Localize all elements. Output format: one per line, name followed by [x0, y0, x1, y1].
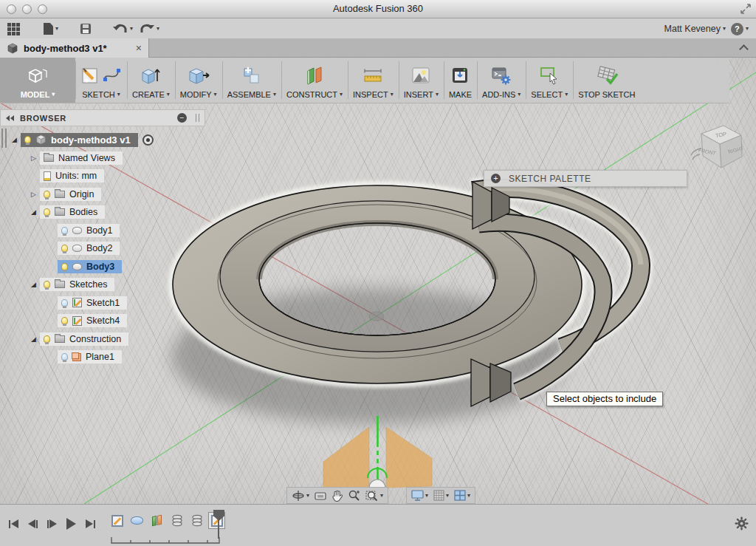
grid-settings-button[interactable]: ▾ [433, 490, 449, 501]
chevron-down-icon: ▾ [117, 92, 120, 98]
model-viewport[interactable]: MODEL▾ SKETCH▾ [0, 58, 756, 504]
close-tab-icon[interactable]: × [136, 43, 142, 53]
step-forward-button[interactable] [47, 519, 57, 528]
visibility-bulb-icon[interactable] [61, 317, 68, 324]
visibility-bulb-icon[interactable] [61, 245, 68, 252]
tree-row-origin[interactable]: ▷ Origin [0, 185, 205, 204]
pan-button[interactable] [331, 490, 343, 502]
play-button[interactable] [66, 518, 76, 530]
expander-icon[interactable]: ▷ [30, 191, 38, 198]
undo-button[interactable]: ▾ [113, 24, 133, 34]
document-tab[interactable]: body-method3 v1* × [0, 38, 149, 58]
tree-row-sketch1[interactable]: Sketch1 [0, 294, 205, 313]
new-component-icon [241, 65, 263, 86]
tree-row-named-views[interactable]: ▷ Named Views [0, 149, 205, 168]
fullscreen-icon[interactable] [740, 4, 751, 14]
save-button[interactable] [80, 24, 91, 34]
document-tab-bar: body-method3 v1* × [0, 38, 756, 58]
tree-row-bodies[interactable]: ◢ Bodies [0, 203, 205, 222]
group-label: MAKE [449, 90, 472, 99]
ribbon-group-assemble[interactable]: ASSEMBLE▾ [222, 58, 281, 103]
timeline-feature-sketch[interactable] [109, 513, 125, 528]
expand-palette-icon[interactable]: + [491, 174, 501, 183]
ribbon-group-insert[interactable]: INSERT▾ [399, 58, 444, 103]
group-label: ASSEMBLE [227, 90, 271, 99]
chevron-down-icon: ▾ [391, 92, 394, 98]
workspace-selector-model[interactable]: MODEL▾ [0, 58, 75, 103]
body-icon [72, 245, 82, 252]
visibility-bulb-icon[interactable] [44, 281, 50, 288]
chevron-down-icon: ▾ [157, 26, 159, 32]
ribbon-group-create[interactable]: CREATE▾ [127, 58, 175, 103]
app-grid-icon[interactable] [7, 23, 20, 35]
coil-feature-icon [191, 514, 203, 527]
look-at-button[interactable] [315, 491, 326, 501]
zoom-icon [348, 490, 360, 502]
view-cube[interactable]: TOP FRONT RIGHT [685, 117, 753, 185]
construction-plane[interactable] [323, 416, 432, 489]
timeline-feature-coil1[interactable] [169, 513, 185, 528]
orbit-button[interactable]: ▾ [292, 490, 309, 502]
help-menu[interactable]: ? ▾ [731, 23, 749, 35]
go-to-end-button[interactable] [86, 519, 95, 528]
tree-row-body1[interactable]: Body1 [0, 222, 205, 240]
document-tab-title: body-method3 v1* [24, 43, 107, 54]
zoom-window-button[interactable]: ▾ [365, 490, 383, 502]
expander-icon[interactable]: ◢ [30, 281, 38, 288]
zoom-button[interactable] [348, 490, 360, 502]
tree-row-plane1[interactable]: Plane1 [0, 348, 205, 366]
step-back-button[interactable] [28, 519, 38, 528]
tree-row-units[interactable]: Units: mm [0, 167, 205, 185]
undo-icon [113, 24, 128, 34]
group-label: MODEL [21, 90, 50, 99]
tree-row-sketches[interactable]: ◢ Sketches [0, 276, 205, 294]
visibility-bulb-icon[interactable] [61, 353, 68, 361]
activate-component-radio[interactable] [142, 134, 154, 146]
tree-row-body3[interactable]: Body3 [0, 258, 205, 276]
user-menu[interactable]: Matt Keveney ▾ [664, 24, 726, 34]
panel-grip-icon[interactable] [196, 114, 199, 122]
timeline-feature-coil2[interactable] [189, 513, 205, 528]
origin-marker[interactable] [369, 312, 384, 321]
tree-row-root[interactable]: ◢ body-method3 v1 [0, 131, 205, 149]
gear-icon[interactable] [735, 516, 749, 530]
visibility-bulb-icon[interactable] [61, 227, 68, 234]
ribbon-group-make[interactable]: MAKE [444, 58, 477, 103]
timeline-feature-plane[interactable] [149, 513, 165, 528]
visibility-bulb-icon[interactable] [24, 136, 31, 143]
visibility-bulb-icon[interactable] [44, 191, 50, 198]
expander-icon[interactable]: ◢ [10, 136, 18, 143]
expander-icon[interactable]: ▷ [30, 154, 38, 162]
stop-sketch-button[interactable]: STOP SKETCH [573, 58, 640, 103]
tree-row-construction[interactable]: ◢ Construction [0, 330, 205, 349]
visibility-bulb-icon[interactable] [44, 335, 50, 343]
document-cube-icon [7, 43, 18, 54]
minimize-panel-icon[interactable]: − [177, 113, 187, 123]
ribbon-group-construct[interactable]: CONSTRUCT▾ [281, 58, 348, 103]
browser-header[interactable]: BROWSER − [0, 109, 205, 126]
redo-button[interactable]: ▾ [140, 24, 159, 34]
collapse-toolbar-chevron-icon[interactable] [739, 44, 749, 54]
ribbon-group-sketch[interactable]: SKETCH▾ [75, 58, 127, 103]
ribbon-group-inspect[interactable]: INSPECT▾ [348, 58, 399, 103]
visibility-bulb-icon[interactable] [61, 263, 68, 270]
sketch-palette-panel[interactable]: + SKETCH PALETTE [484, 170, 687, 187]
scripts-addins-icon [490, 65, 512, 86]
expander-icon[interactable]: ◢ [30, 208, 38, 216]
viewports-button[interactable]: ▾ [454, 490, 470, 501]
go-to-start-button[interactable] [9, 519, 18, 528]
tree-row-sketch4[interactable]: Sketch4 [0, 312, 205, 330]
timeline-feature-revolve[interactable] [129, 513, 145, 528]
display-settings-button[interactable]: ▾ [411, 490, 428, 501]
visibility-bulb-icon[interactable] [44, 208, 50, 216]
tree-row-body2[interactable]: Body2 [0, 239, 205, 258]
file-menu-button[interactable]: ▾ [44, 23, 58, 35]
ribbon-group-addins[interactable]: ADD-INS▾ [477, 58, 526, 103]
collapse-panel-icon[interactable] [6, 115, 14, 121]
chevron-down-icon: ▾ [167, 92, 170, 98]
ribbon-group-select[interactable]: SELECT▾ [526, 58, 573, 103]
expander-icon[interactable]: ◢ [30, 335, 38, 343]
tree-item-label: Units: mm [55, 171, 97, 181]
ribbon-group-modify[interactable]: MODIFY▾ [175, 58, 222, 103]
visibility-bulb-icon[interactable] [61, 299, 68, 307]
